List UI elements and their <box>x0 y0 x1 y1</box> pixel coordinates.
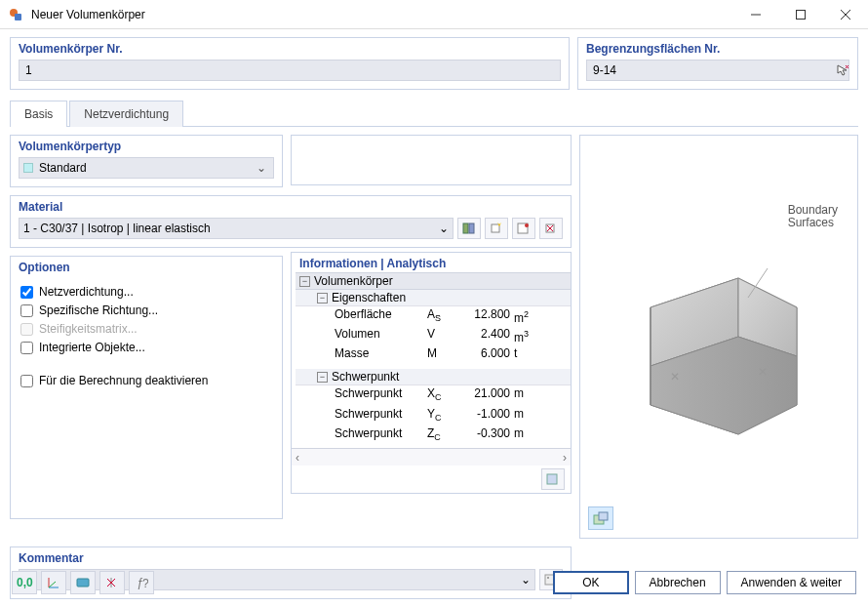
chevron-down-icon: ⌄ <box>439 222 449 235</box>
svg-text:0,00: 0,00 <box>17 576 33 589</box>
svg-point-12 <box>525 223 529 227</box>
solid-number-group: Volumenkörper Nr. 1 <box>10 37 570 90</box>
svg-rect-1 <box>15 14 21 20</box>
minimize-button[interactable] <box>733 0 778 29</box>
solid-number-label: Volumenkörper Nr. <box>11 38 569 58</box>
info-group: Informationen | Analytisch −Volumenkörpe… <box>291 252 572 494</box>
solid-preview-icon: ✕ ✕ <box>602 210 836 464</box>
prop-zc: SchwerpunktZC-0.300m <box>296 425 571 445</box>
title-bar: Neuer Volumenkörper <box>0 0 868 29</box>
option-direction-checkbox[interactable] <box>20 304 33 317</box>
option-stiffness: Steifigkeitsmatrix... <box>20 322 274 336</box>
svg-rect-3 <box>797 10 806 19</box>
scroll-right-icon[interactable]: › <box>563 451 567 465</box>
material-value: 1 - C30/37 | Isotrop | linear elastisch <box>23 222 439 235</box>
material-group: Material 1 - C30/37 | Isotrop | linear e… <box>10 195 572 248</box>
svg-text:✕: ✕ <box>758 365 768 379</box>
units-button[interactable]: 0,00 <box>12 571 37 594</box>
info-label: Informationen | Analytisch <box>292 253 571 272</box>
maximize-button[interactable] <box>778 0 823 29</box>
cancel-button[interactable]: Abbrechen <box>635 571 721 594</box>
type-combo[interactable]: Standard ⌄ <box>19 157 274 179</box>
option-integrated-objects[interactable]: Integrierte Objekte... <box>20 341 274 354</box>
tree-cog[interactable]: −Schwerpunkt <box>296 369 571 385</box>
material-new-button[interactable] <box>485 218 508 239</box>
option-deactivate[interactable]: Für die Berechnung deaktivieren <box>20 374 274 387</box>
solid-number-input[interactable]: 1 <box>19 60 561 81</box>
prop-mass: MasseM6.000t <box>296 345 571 361</box>
svg-rect-16 <box>547 474 557 484</box>
prop-surface: OberflächeAS12.800m2 <box>296 306 571 326</box>
empty-panel <box>291 135 572 185</box>
tree-properties[interactable]: −Eigenschaften <box>296 290 571 306</box>
material-edit-button[interactable] <box>512 218 535 239</box>
material-label: Material <box>11 196 571 216</box>
collapse-icon[interactable]: − <box>299 276 310 287</box>
prop-volume: VolumenV2.400m3 <box>296 326 571 345</box>
scroll-left-icon[interactable]: ‹ <box>296 451 299 465</box>
function-button[interactable]: ƒ? <box>129 571 154 594</box>
display-button[interactable] <box>70 571 96 594</box>
prop-yc: SchwerpunktYC-1.000m <box>296 406 571 425</box>
pick-surfaces-icon[interactable] <box>834 61 851 79</box>
material-combo[interactable]: 1 - C30/37 | Isotrop | linear elastisch … <box>19 218 454 239</box>
window-title: Neuer Volumenkörper <box>31 8 733 21</box>
option-stiffness-checkbox <box>20 323 33 336</box>
option-direction[interactable]: Spezifische Richtung... <box>20 304 274 317</box>
preview-settings-button[interactable] <box>588 506 613 530</box>
boundary-surfaces-label: Begrenzungsflächen Nr. <box>578 38 857 58</box>
type-label: Volumenkörpertyp <box>11 136 282 155</box>
preview-annotation: BoundarySurfaces <box>788 204 838 229</box>
type-group: Volumenkörpertyp Standard ⌄ <box>10 135 283 187</box>
option-intobj-checkbox[interactable] <box>20 342 33 354</box>
svg-rect-10 <box>492 224 499 232</box>
prop-xc: SchwerpunktXC21.000m <box>296 385 571 405</box>
svg-rect-26 <box>599 512 608 520</box>
material-library-button[interactable] <box>457 218 481 239</box>
collapse-icon[interactable]: − <box>317 293 328 304</box>
info-scrollbar[interactable]: ‹› <box>292 448 571 465</box>
svg-rect-33 <box>77 579 89 587</box>
info-refresh-button[interactable] <box>541 468 565 490</box>
svg-text:?: ? <box>142 577 148 589</box>
apply-button[interactable]: Anwenden & weiter <box>727 571 856 594</box>
reset-button[interactable] <box>99 571 125 594</box>
option-mesh-checkbox[interactable] <box>20 286 33 299</box>
tree-solid[interactable]: −Volumenkörper <box>296 272 571 290</box>
type-swatch-icon <box>23 163 33 173</box>
tab-mesh[interactable]: Netzverdichtung <box>69 101 183 127</box>
dialog-footer: 0,00 ƒ? OK Abbrechen Anwenden & weiter <box>0 566 868 607</box>
type-value: Standard <box>39 161 254 175</box>
ok-button[interactable]: OK <box>553 571 628 594</box>
svg-text:✕: ✕ <box>670 370 680 384</box>
option-mesh[interactable]: Netzverdichtung... <box>20 285 274 299</box>
preview-panel: ✕ ✕ BoundarySurfaces <box>579 135 858 539</box>
svg-rect-8 <box>463 223 468 233</box>
options-label: Optionen <box>11 257 282 276</box>
close-button[interactable] <box>823 0 868 29</box>
svg-rect-9 <box>469 223 474 233</box>
tab-basis[interactable]: Basis <box>10 101 67 127</box>
material-delete-button[interactable] <box>539 218 563 239</box>
tab-strip: Basis Netzverdichtung <box>10 100 858 127</box>
coord-button[interactable] <box>41 571 66 594</box>
info-tree: −Volumenkörper −Eigenschaften Oberfläche… <box>292 272 571 448</box>
app-icon <box>8 7 23 22</box>
comment-label: Kommentar <box>11 547 571 567</box>
options-group: Optionen Netzverdichtung... Spezifische … <box>10 256 283 519</box>
svg-line-32 <box>49 582 56 587</box>
boundary-surfaces-input[interactable]: 9-14 <box>586 60 849 81</box>
chevron-down-icon: ⌄ <box>254 161 269 175</box>
option-deactivate-checkbox[interactable] <box>20 375 33 387</box>
collapse-icon[interactable]: − <box>317 372 328 383</box>
boundary-surfaces-group: Begrenzungsflächen Nr. 9-14 <box>577 37 858 90</box>
